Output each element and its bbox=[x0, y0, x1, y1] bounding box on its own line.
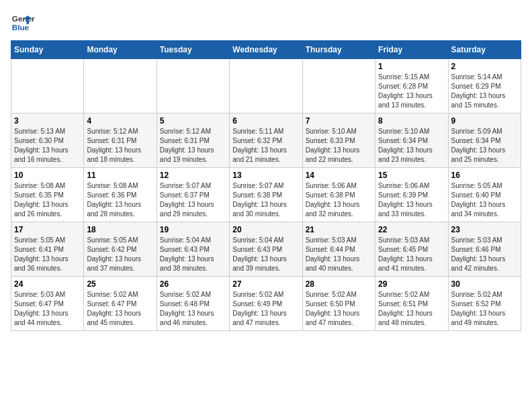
day-detail: Sunrise: 5:03 AMSunset: 6:46 PMDaylight:… bbox=[451, 236, 518, 273]
calendar-cell: 4Sunrise: 5:12 AMSunset: 6:31 PMDaylight… bbox=[84, 113, 157, 168]
day-detail: Sunrise: 5:04 AMSunset: 6:43 PMDaylight:… bbox=[232, 236, 299, 273]
calendar-cell: 25Sunrise: 5:02 AMSunset: 6:47 PMDayligh… bbox=[84, 277, 157, 331]
calendar-cell: 7Sunrise: 5:10 AMSunset: 6:33 PMDaylight… bbox=[302, 113, 375, 168]
day-number: 19 bbox=[160, 225, 226, 234]
calendar-cell: 11Sunrise: 5:08 AMSunset: 6:36 PMDayligh… bbox=[84, 168, 157, 222]
day-detail: Sunrise: 5:15 AMSunset: 6:28 PMDaylight:… bbox=[378, 73, 445, 110]
calendar-cell bbox=[11, 59, 84, 113]
calendar-cell: 29Sunrise: 5:02 AMSunset: 6:51 PMDayligh… bbox=[375, 277, 448, 331]
calendar-cell: 13Sunrise: 5:07 AMSunset: 6:38 PMDayligh… bbox=[230, 168, 302, 222]
day-detail: Sunrise: 5:03 AMSunset: 6:45 PMDaylight:… bbox=[378, 236, 445, 273]
day-detail: Sunrise: 5:02 AMSunset: 6:50 PMDaylight:… bbox=[306, 290, 372, 328]
calendar-header-thursday: Thursday bbox=[302, 41, 375, 59]
calendar-cell: 28Sunrise: 5:02 AMSunset: 6:50 PMDayligh… bbox=[302, 277, 375, 331]
day-number: 1 bbox=[378, 62, 445, 71]
calendar-week-row: 3Sunrise: 5:13 AMSunset: 6:30 PMDaylight… bbox=[11, 113, 521, 168]
day-detail: Sunrise: 5:14 AMSunset: 6:29 PMDaylight:… bbox=[451, 73, 518, 110]
calendar-cell: 18Sunrise: 5:05 AMSunset: 6:42 PMDayligh… bbox=[84, 222, 157, 277]
day-detail: Sunrise: 5:12 AMSunset: 6:31 PMDaylight:… bbox=[160, 127, 226, 165]
calendar-cell: 10Sunrise: 5:08 AMSunset: 6:35 PMDayligh… bbox=[11, 168, 84, 222]
calendar-header-sunday: Sunday bbox=[11, 41, 84, 59]
calendar-cell: 19Sunrise: 5:04 AMSunset: 6:43 PMDayligh… bbox=[157, 222, 229, 277]
calendar-week-row: 1Sunrise: 5:15 AMSunset: 6:28 PMDaylight… bbox=[11, 59, 521, 113]
day-detail: Sunrise: 5:12 AMSunset: 6:31 PMDaylight:… bbox=[87, 127, 153, 165]
day-number: 26 bbox=[160, 279, 226, 289]
day-detail: Sunrise: 5:10 AMSunset: 6:34 PMDaylight:… bbox=[378, 127, 445, 165]
day-detail: Sunrise: 5:08 AMSunset: 6:36 PMDaylight:… bbox=[87, 181, 153, 219]
calendar-cell: 14Sunrise: 5:06 AMSunset: 6:38 PMDayligh… bbox=[302, 168, 375, 222]
day-number: 16 bbox=[451, 171, 518, 180]
calendar-header-wednesday: Wednesday bbox=[230, 41, 302, 59]
calendar-header-monday: Monday bbox=[84, 41, 157, 59]
calendar-week-row: 10Sunrise: 5:08 AMSunset: 6:35 PMDayligh… bbox=[11, 168, 521, 222]
calendar-cell: 3Sunrise: 5:13 AMSunset: 6:30 PMDaylight… bbox=[11, 113, 84, 168]
day-detail: Sunrise: 5:07 AMSunset: 6:38 PMDaylight:… bbox=[232, 181, 299, 219]
calendar-cell: 26Sunrise: 5:02 AMSunset: 6:48 PMDayligh… bbox=[157, 277, 229, 331]
calendar-cell: 20Sunrise: 5:04 AMSunset: 6:43 PMDayligh… bbox=[230, 222, 302, 277]
day-number: 7 bbox=[306, 116, 372, 126]
day-number: 5 bbox=[160, 116, 226, 126]
day-number: 2 bbox=[451, 62, 518, 71]
day-detail: Sunrise: 5:10 AMSunset: 6:33 PMDaylight:… bbox=[306, 127, 372, 165]
day-number: 9 bbox=[451, 116, 518, 126]
calendar-header-saturday: Saturday bbox=[448, 41, 521, 59]
day-number: 24 bbox=[14, 279, 81, 289]
day-detail: Sunrise: 5:02 AMSunset: 6:48 PMDaylight:… bbox=[160, 290, 226, 328]
day-detail: Sunrise: 5:03 AMSunset: 6:47 PMDaylight:… bbox=[14, 290, 81, 328]
calendar-header-row: SundayMondayTuesdayWednesdayThursdayFrid… bbox=[11, 41, 521, 59]
calendar-body: 1Sunrise: 5:15 AMSunset: 6:28 PMDaylight… bbox=[11, 59, 521, 331]
day-number: 29 bbox=[378, 279, 445, 289]
day-detail: Sunrise: 5:02 AMSunset: 6:49 PMDaylight:… bbox=[232, 290, 299, 328]
day-number: 14 bbox=[306, 171, 372, 180]
calendar-cell: 27Sunrise: 5:02 AMSunset: 6:49 PMDayligh… bbox=[230, 277, 302, 331]
day-detail: Sunrise: 5:13 AMSunset: 6:30 PMDaylight:… bbox=[14, 127, 81, 165]
calendar-cell: 9Sunrise: 5:09 AMSunset: 6:34 PMDaylight… bbox=[448, 113, 521, 168]
day-detail: Sunrise: 5:09 AMSunset: 6:34 PMDaylight:… bbox=[451, 127, 518, 165]
logo: General Blue bbox=[11, 11, 35, 35]
day-number: 30 bbox=[451, 279, 518, 289]
day-number: 25 bbox=[87, 279, 153, 289]
calendar-cell: 6Sunrise: 5:11 AMSunset: 6:32 PMDaylight… bbox=[230, 113, 302, 168]
day-detail: Sunrise: 5:05 AMSunset: 6:40 PMDaylight:… bbox=[451, 181, 518, 219]
day-number: 15 bbox=[378, 171, 445, 180]
calendar-cell bbox=[302, 59, 375, 113]
day-detail: Sunrise: 5:07 AMSunset: 6:37 PMDaylight:… bbox=[160, 181, 226, 219]
calendar-cell: 1Sunrise: 5:15 AMSunset: 6:28 PMDaylight… bbox=[375, 59, 448, 113]
day-number: 27 bbox=[232, 279, 299, 289]
calendar-cell: 22Sunrise: 5:03 AMSunset: 6:45 PMDayligh… bbox=[375, 222, 448, 277]
day-detail: Sunrise: 5:02 AMSunset: 6:51 PMDaylight:… bbox=[378, 290, 445, 328]
day-number: 17 bbox=[14, 225, 81, 234]
calendar-cell: 2Sunrise: 5:14 AMSunset: 6:29 PMDaylight… bbox=[448, 59, 521, 113]
day-detail: Sunrise: 5:08 AMSunset: 6:35 PMDaylight:… bbox=[14, 181, 81, 219]
calendar-cell bbox=[84, 59, 157, 113]
calendar-cell: 17Sunrise: 5:05 AMSunset: 6:41 PMDayligh… bbox=[11, 222, 84, 277]
day-detail: Sunrise: 5:06 AMSunset: 6:39 PMDaylight:… bbox=[378, 181, 445, 219]
day-detail: Sunrise: 5:06 AMSunset: 6:38 PMDaylight:… bbox=[306, 181, 372, 219]
calendar-cell: 16Sunrise: 5:05 AMSunset: 6:40 PMDayligh… bbox=[448, 168, 521, 222]
day-number: 28 bbox=[306, 279, 372, 289]
day-detail: Sunrise: 5:02 AMSunset: 6:47 PMDaylight:… bbox=[87, 290, 153, 328]
calendar-cell: 12Sunrise: 5:07 AMSunset: 6:37 PMDayligh… bbox=[157, 168, 229, 222]
logo-icon: General Blue bbox=[11, 11, 35, 35]
calendar-week-row: 24Sunrise: 5:03 AMSunset: 6:47 PMDayligh… bbox=[11, 277, 521, 331]
day-number: 22 bbox=[378, 225, 445, 234]
day-number: 23 bbox=[451, 225, 518, 234]
day-number: 13 bbox=[232, 171, 299, 180]
calendar-cell: 21Sunrise: 5:03 AMSunset: 6:44 PMDayligh… bbox=[302, 222, 375, 277]
calendar-week-row: 17Sunrise: 5:05 AMSunset: 6:41 PMDayligh… bbox=[11, 222, 521, 277]
page-header: General Blue bbox=[11, 11, 521, 35]
day-number: 8 bbox=[378, 116, 445, 126]
day-number: 11 bbox=[87, 171, 153, 180]
calendar-cell: 5Sunrise: 5:12 AMSunset: 6:31 PMDaylight… bbox=[157, 113, 229, 168]
calendar-cell: 15Sunrise: 5:06 AMSunset: 6:39 PMDayligh… bbox=[375, 168, 448, 222]
day-number: 4 bbox=[87, 116, 153, 126]
day-detail: Sunrise: 5:04 AMSunset: 6:43 PMDaylight:… bbox=[160, 236, 226, 273]
day-number: 3 bbox=[14, 116, 81, 126]
day-detail: Sunrise: 5:11 AMSunset: 6:32 PMDaylight:… bbox=[232, 127, 299, 165]
calendar-cell bbox=[230, 59, 302, 113]
day-detail: Sunrise: 5:05 AMSunset: 6:41 PMDaylight:… bbox=[14, 236, 81, 273]
calendar-header-friday: Friday bbox=[375, 41, 448, 59]
day-number: 20 bbox=[232, 225, 299, 234]
calendar-cell: 23Sunrise: 5:03 AMSunset: 6:46 PMDayligh… bbox=[448, 222, 521, 277]
day-number: 10 bbox=[14, 171, 81, 180]
